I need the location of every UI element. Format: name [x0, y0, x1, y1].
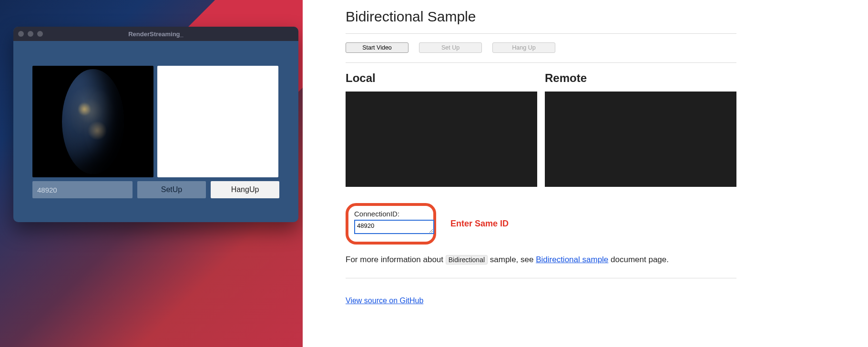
zoom-icon[interactable]: [37, 31, 43, 37]
local-column: Local: [346, 71, 537, 187]
remote-label: Remote: [545, 71, 736, 85]
remote-column: Remote: [545, 71, 736, 187]
video-section: Local Remote: [346, 63, 736, 194]
setup-button-web: Set Up: [419, 42, 482, 53]
minimize-icon[interactable]: [28, 31, 33, 37]
remote-video-app: [157, 66, 278, 177]
window-title: RenderStreaming_: [13, 31, 298, 38]
connection-id-area: ConnectionID: 48920 Enter Same ID: [346, 194, 736, 245]
app-controls: SetUp HangUp: [32, 181, 279, 198]
connection-id-highlight: ConnectionID: 48920: [346, 203, 436, 245]
render-streaming-window: RenderStreaming_ SetUp HangUp: [13, 27, 298, 222]
connection-id-label: ConnectionID:: [354, 210, 426, 218]
page-title: Bidirectional Sample: [346, 9, 736, 31]
traffic-lights: [18, 31, 43, 37]
hangup-button-app[interactable]: HangUp: [211, 181, 279, 198]
app-video-row: [32, 66, 279, 177]
desktop-background: RenderStreaming_ SetUp HangUp: [0, 0, 303, 347]
divider: [346, 278, 736, 288]
github-link[interactable]: View source on GitHub: [346, 296, 423, 305]
info-suffix: document page.: [611, 255, 669, 264]
info-code-pill: Bidirectional: [446, 255, 488, 265]
connection-id-input-app[interactable]: [32, 181, 133, 198]
connection-id-input-web[interactable]: 48920: [354, 220, 434, 234]
callout-text: Enter Same ID: [450, 219, 509, 229]
start-video-button[interactable]: Start Video: [346, 42, 408, 53]
local-video-app: [32, 66, 153, 177]
setup-button-app[interactable]: SetUp: [137, 181, 206, 198]
web-button-row: Start Video Set Up Hang Up: [346, 34, 736, 62]
earth-image: [62, 69, 124, 174]
app-body: SetUp HangUp: [13, 41, 298, 208]
info-prefix: For more information about: [346, 255, 443, 264]
window-titlebar[interactable]: RenderStreaming_: [13, 27, 298, 41]
hangup-button-web: Hang Up: [492, 42, 555, 53]
local-label: Local: [346, 71, 537, 85]
info-text: For more information about Bidirectional…: [346, 255, 736, 265]
web-page: Bidirectional Sample Start Video Set Up …: [303, 0, 868, 347]
doc-link[interactable]: Bidirectional sample: [536, 255, 608, 264]
remote-video-web: [545, 92, 736, 187]
local-video-web: [346, 92, 537, 187]
close-icon[interactable]: [18, 31, 24, 37]
info-mid: sample, see: [490, 255, 534, 264]
